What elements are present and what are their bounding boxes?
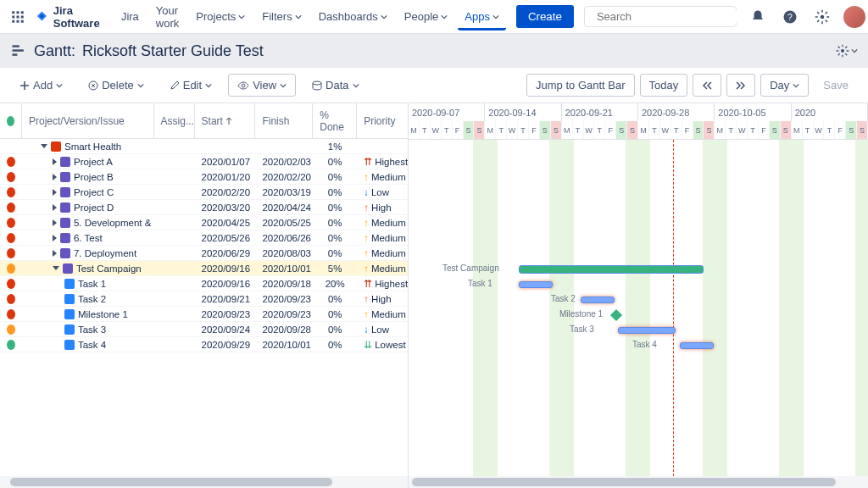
next-button[interactable]	[726, 74, 755, 97]
issue-name: Test Campaign	[76, 263, 142, 274]
table-row[interactable]: Project B2020/01/202020/02/200%↑Medium	[0, 169, 408, 185]
chevron-down-icon	[793, 82, 799, 89]
table-row[interactable]: Task 42020/09/292020/10/010%⇊Lowest	[0, 337, 408, 352]
col-done[interactable]: % Done	[313, 103, 357, 138]
gantt-body[interactable]: Test CampaignTask 1Task 2Milestone 1Task…	[409, 140, 868, 476]
gantt-row[interactable]	[409, 140, 868, 155]
day-cell: S	[693, 121, 704, 139]
gantt-bar[interactable]	[519, 265, 704, 274]
expand-icon[interactable]	[53, 219, 57, 226]
gantt-row[interactable]	[409, 216, 868, 231]
view-button[interactable]: View	[228, 74, 296, 97]
table-row[interactable]: 6. Test2020/05/262020/06/260%↑Medium	[0, 230, 408, 246]
horizontal-scrollbar	[0, 476, 868, 488]
gantt-row[interactable]	[409, 201, 868, 216]
nav-item-your-work[interactable]: Your work	[149, 0, 186, 35]
col-start[interactable]: Start	[195, 103, 256, 138]
delete-button[interactable]: Delete	[79, 74, 153, 97]
jira-logo[interactable]: Jira Software	[36, 4, 104, 30]
gantt-row[interactable]: Test Campaign	[409, 262, 868, 277]
gantt-row[interactable]: Task 3	[409, 323, 868, 338]
issue-name: Milestone 1	[78, 309, 128, 319]
task-icon	[64, 324, 75, 335]
expand-icon[interactable]	[53, 158, 57, 165]
nav-item-people[interactable]: People	[398, 5, 454, 28]
svg-point-13	[821, 14, 825, 19]
expand-icon[interactable]	[53, 235, 57, 241]
gantt-row[interactable]: Task 1	[409, 277, 868, 292]
timeline-header: 2020-09-072020-09-142020-09-212020-09-28…	[409, 103, 868, 140]
gantt-row[interactable]	[409, 155, 868, 170]
table-row[interactable]: Smart Health1%	[0, 139, 408, 154]
issue-name: Project A	[74, 157, 113, 167]
add-button[interactable]: Add	[10, 74, 72, 97]
milestone-marker[interactable]	[610, 309, 622, 321]
gantt-settings-button[interactable]	[836, 44, 858, 58]
gantt-row[interactable]: Milestone 1	[409, 308, 868, 323]
expand-icon[interactable]	[53, 266, 59, 270]
day-cell: W	[507, 121, 518, 139]
table-row[interactable]: Test Campaign2020/09/162020/10/015%↑Medi…	[0, 261, 408, 276]
nav-right: ?	[584, 6, 865, 28]
gantt-prefix: Gantt:	[34, 42, 75, 60]
gantt-label: Milestone 1	[559, 309, 603, 319]
edit-button[interactable]: Edit	[160, 74, 221, 97]
chevron-down-icon	[280, 82, 287, 89]
table-row[interactable]: Milestone 12020/09/232020/09/230%↑Medium	[0, 307, 408, 322]
zoom-button[interactable]: Day	[760, 74, 809, 97]
table-row[interactable]: Project A2020/01/072020/02/030%⇈Highest	[0, 154, 408, 169]
table-pane: Project/Version/Issue Assig... Start Fin…	[0, 103, 409, 476]
svg-rect-14	[13, 45, 19, 47]
nav-item-projects[interactable]: Projects	[189, 5, 252, 28]
expand-icon[interactable]	[53, 250, 57, 257]
table-row[interactable]: 7. Deployment2020/06/292020/08/030%↑Medi…	[0, 246, 408, 261]
col-issue[interactable]: Project/Version/Issue	[22, 103, 154, 138]
search-box[interactable]	[584, 6, 737, 27]
expand-icon[interactable]	[53, 189, 57, 196]
help-icon[interactable]: ?	[779, 6, 801, 28]
table-row[interactable]: Task 12020/09/162020/09/1820%⇈Highest	[0, 276, 408, 291]
scroll-thumb-left[interactable]	[10, 478, 332, 486]
gantt-bar[interactable]	[680, 342, 714, 349]
gantt-bar[interactable]	[519, 281, 553, 288]
expand-icon[interactable]	[53, 204, 57, 211]
scroll-thumb-right[interactable]	[412, 478, 836, 486]
day-cell: S	[704, 121, 715, 139]
table-row[interactable]: Task 32020/09/242020/09/280%↓Low	[0, 322, 408, 337]
col-assign[interactable]: Assig...	[154, 103, 195, 138]
day-cell: F	[759, 121, 770, 139]
app-switcher-icon[interactable]	[10, 7, 25, 27]
gantt-row[interactable]	[409, 231, 868, 247]
nav-item-apps[interactable]: Apps	[458, 5, 506, 30]
nav-item-jira[interactable]: Jira	[114, 5, 146, 28]
gantt-bar[interactable]	[618, 327, 676, 334]
avatar[interactable]	[843, 6, 865, 28]
search-input[interactable]	[597, 10, 739, 23]
nav-item-dashboards[interactable]: Dashboards	[312, 5, 394, 28]
expand-icon[interactable]	[41, 144, 47, 148]
table-row[interactable]: Project D2020/03/202020/04/240%↑High	[0, 200, 408, 215]
col-finish[interactable]: Finish	[255, 103, 313, 138]
svg-point-20	[313, 81, 321, 85]
create-button[interactable]: Create	[516, 5, 574, 28]
col-priority[interactable]: Priority	[357, 103, 408, 138]
data-button[interactable]: Data	[303, 74, 368, 97]
expand-icon[interactable]	[53, 174, 57, 180]
gantt-row[interactable]: Task 2	[409, 292, 868, 308]
gantt-bar[interactable]	[581, 297, 615, 303]
jump-button[interactable]: Jump to Gantt Bar	[526, 74, 635, 97]
col-status[interactable]	[0, 103, 22, 138]
today-button[interactable]: Today	[640, 74, 688, 97]
gantt-row[interactable]: Task 4	[409, 338, 868, 353]
settings-icon[interactable]	[811, 6, 833, 28]
notifications-icon[interactable]	[747, 6, 769, 28]
day-cell: T	[518, 121, 529, 139]
gantt-row[interactable]	[409, 247, 868, 262]
gantt-row[interactable]	[409, 170, 868, 186]
table-row[interactable]: Task 22020/09/212020/09/230%↑High	[0, 291, 408, 307]
prev-button[interactable]	[693, 74, 721, 97]
table-row[interactable]: Project C2020/02/202020/03/190%↓Low	[0, 185, 408, 200]
nav-item-filters[interactable]: Filters	[255, 5, 308, 28]
table-row[interactable]: 5. Development & It...2020/04/252020/05/…	[0, 215, 408, 230]
gantt-row[interactable]	[409, 186, 868, 201]
